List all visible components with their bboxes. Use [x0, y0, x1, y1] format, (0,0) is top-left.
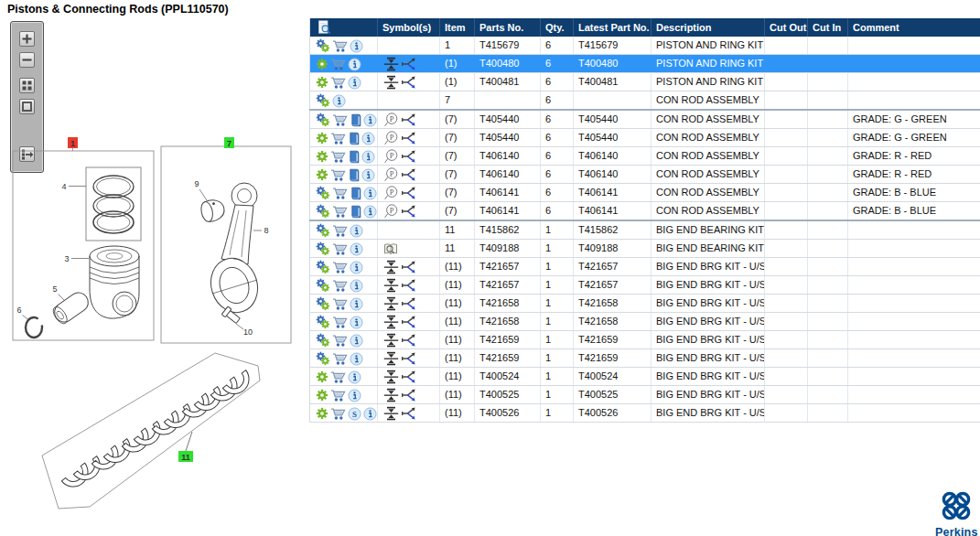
- column-header-cut-out[interactable]: Cut Out: [765, 18, 808, 37]
- info-icon[interactable]: [350, 224, 363, 238]
- info-icon[interactable]: [363, 407, 377, 421]
- cart-icon[interactable]: [332, 224, 348, 238]
- info-icon[interactable]: [350, 334, 363, 348]
- gear-icon[interactable]: [316, 407, 328, 420]
- book-icon[interactable]: [350, 187, 361, 200]
- info-icon[interactable]: [350, 297, 363, 311]
- gears-icon[interactable]: [316, 223, 330, 238]
- table-row[interactable]: 11T4091881T409188BIG END BEARING KIT: [310, 240, 980, 258]
- info-icon[interactable]: [350, 39, 363, 53]
- cart-icon[interactable]: [330, 150, 346, 164]
- table-row[interactable]: S(11)T4005261T400526BIG END BRG KIT - U/…: [310, 404, 980, 423]
- info-icon[interactable]: [361, 168, 375, 182]
- gear-icon[interactable]: [316, 132, 328, 145]
- cart-icon[interactable]: [332, 261, 348, 274]
- gears-icon[interactable]: [316, 204, 330, 219]
- gears-icon[interactable]: [316, 351, 330, 366]
- gear-icon[interactable]: [316, 370, 328, 383]
- column-header-item[interactable]: Item: [440, 18, 475, 37]
- column-header-preview[interactable]: [310, 18, 378, 37]
- table-row[interactable]: (11)T4005251T400525BIG END BRG KIT - U/S: [310, 386, 980, 404]
- column-header-description[interactable]: Description: [652, 18, 765, 37]
- info-icon[interactable]: [363, 113, 377, 127]
- diagram-tag-11[interactable]: 11: [178, 432, 193, 462]
- cart-icon[interactable]: [330, 76, 346, 90]
- table-row[interactable]: 1T4156796T415679PISTON AND RING KIT: [310, 37, 980, 55]
- gears-icon[interactable]: [316, 296, 330, 311]
- table-row[interactable]: (11)T4216571T421657BIG END BRG KIT - U/S: [310, 258, 980, 276]
- cart-icon[interactable]: [332, 242, 348, 256]
- table-row[interactable]: (1)T4004806T400480PISTON AND RING KIT -: [310, 55, 980, 73]
- gears-icon[interactable]: [316, 186, 330, 200]
- table-row[interactable]: (11)T4005241T400524BIG END BRG KIT - U/S: [310, 368, 980, 386]
- cart-icon[interactable]: [330, 132, 346, 145]
- column-header-parts-no[interactable]: Parts No.: [475, 18, 541, 37]
- book-icon[interactable]: [348, 132, 360, 145]
- zoom-in-button[interactable]: [19, 31, 35, 47]
- gears-icon[interactable]: [316, 315, 330, 329]
- gear-icon[interactable]: [316, 76, 328, 89]
- info-icon[interactable]: [361, 150, 375, 164]
- cart-icon[interactable]: [332, 39, 348, 53]
- info-icon[interactable]: [348, 58, 361, 71]
- info-icon[interactable]: [350, 242, 363, 256]
- cart-icon[interactable]: [332, 334, 348, 348]
- info-icon[interactable]: [363, 187, 377, 200]
- table-row[interactable]: (1)T4004816T400481PISTON AND RING KIT -: [310, 73, 980, 91]
- book-icon[interactable]: [350, 113, 361, 127]
- column-header-latest-part-no[interactable]: Latest Part No.: [574, 18, 652, 37]
- gears-icon[interactable]: [316, 260, 330, 274]
- book-icon[interactable]: [348, 168, 360, 182]
- column-header-cut-in[interactable]: Cut In: [808, 18, 848, 37]
- info-icon[interactable]: [348, 76, 361, 90]
- info-icon[interactable]: [363, 205, 377, 219]
- table-row[interactable]: P(7)T4054406T405440CON ROD ASSEMBLYGRADE…: [310, 129, 980, 147]
- gears-icon[interactable]: [316, 93, 330, 108]
- book-icon[interactable]: [348, 150, 360, 164]
- cart-icon[interactable]: [330, 407, 346, 421]
- table-row[interactable]: 11T4158621T415862BIG END BEARING KIT: [310, 220, 980, 240]
- cart-icon[interactable]: [330, 389, 346, 402]
- table-row[interactable]: P(7)T4061416T406141CON ROD ASSEMBLYGRADE…: [310, 184, 980, 202]
- column-header-symbol-s[interactable]: Symbol(s): [378, 18, 440, 37]
- cart-icon[interactable]: [332, 352, 348, 366]
- info-icon[interactable]: [350, 279, 363, 293]
- gear-icon[interactable]: [316, 168, 328, 181]
- table-row[interactable]: P(7)T4054406T405440CON ROD ASSEMBLYGRADE…: [310, 110, 980, 129]
- fit-view-button[interactable]: [19, 99, 35, 114]
- diagram-tag-7[interactable]: 7: [224, 137, 234, 148]
- info-icon[interactable]: [350, 261, 363, 274]
- info-icon[interactable]: [348, 370, 361, 384]
- column-header-qty[interactable]: Qty.: [541, 18, 574, 37]
- gears-icon[interactable]: [316, 333, 330, 348]
- zoom-out-button[interactable]: [19, 52, 35, 68]
- overview-button[interactable]: [19, 78, 35, 93]
- diagram-tag-1[interactable]: 1: [68, 137, 78, 151]
- table-row[interactable]: (11)T4216591T421659BIG END BRG KIT - U/S: [310, 349, 980, 368]
- info-icon[interactable]: [332, 94, 346, 108]
- gears-icon[interactable]: [316, 241, 330, 256]
- cart-icon[interactable]: [332, 187, 348, 200]
- info-icon[interactable]: [350, 352, 363, 366]
- cart-icon[interactable]: [330, 168, 346, 182]
- gear-icon[interactable]: [316, 389, 328, 402]
- gear-icon[interactable]: [316, 58, 328, 70]
- cart-icon[interactable]: [332, 316, 348, 329]
- table-row[interactable]: (11)T4216571T421657BIG END BRG KIT - U/S: [310, 276, 980, 295]
- gear-icon[interactable]: [316, 150, 328, 163]
- book-icon[interactable]: [350, 205, 361, 219]
- table-row[interactable]: (11)T4216581T421658BIG END BRG KIT - U/S: [310, 295, 980, 313]
- table-row[interactable]: (11)T4216581T421658BIG END BRG KIT - U/S: [310, 313, 980, 331]
- cart-icon[interactable]: [332, 113, 348, 127]
- cart-icon[interactable]: [330, 370, 346, 384]
- gears-icon[interactable]: [316, 278, 330, 293]
- table-row[interactable]: P(7)T4061406T406140CON ROD ASSEMBLYGRADE…: [310, 147, 980, 166]
- info-icon[interactable]: [361, 132, 375, 145]
- column-header-comment[interactable]: Comment: [848, 18, 980, 37]
- gears-icon[interactable]: [316, 38, 330, 53]
- info-icon[interactable]: [350, 316, 363, 329]
- table-row[interactable]: (11)T4216591T421659BIG END BRG KIT - U/S: [310, 331, 980, 349]
- info-icon[interactable]: [348, 389, 361, 402]
- cart-icon[interactable]: [330, 58, 346, 71]
- s-badge-icon[interactable]: S: [348, 407, 361, 421]
